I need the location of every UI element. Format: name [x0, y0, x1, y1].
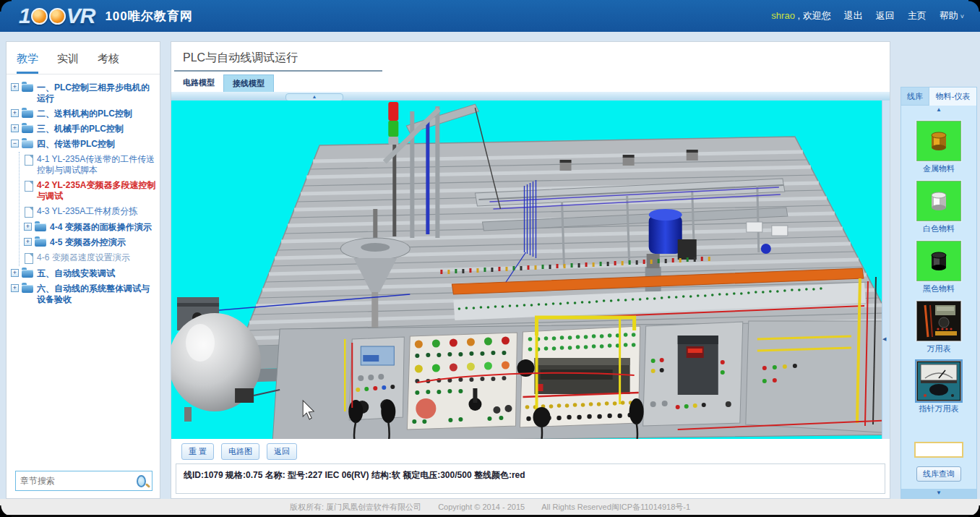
- tree-item[interactable]: 一、PLC控制三相异步电机的运行: [11, 80, 157, 106]
- viewport-toolbar: 重 置 电路图 返回: [171, 439, 890, 463]
- black-material-icon[interactable]: [916, 241, 961, 281]
- course-sidebar: 教学 实训 考核 一、PLC控制三相异步电机的运行 二、送料机构的PLC控制 三…: [6, 41, 160, 499]
- collapse-icon[interactable]: [11, 140, 19, 148]
- search-input[interactable]: [16, 476, 137, 486]
- viewport-top-strip: ▲: [171, 92, 890, 101]
- tree-item-selected[interactable]: 4-2 YL-235A变频器多段速控制与调试: [24, 178, 157, 204]
- chapter-tree: 一、PLC控制三相异步电机的运行 二、送料机构的PLC控制 三、机械手的PLC控…: [7, 74, 160, 307]
- plc-3d-viewport[interactable]: [171, 101, 882, 439]
- search-icon[interactable]: [137, 475, 146, 487]
- folder-icon: [22, 285, 33, 293]
- document-icon: [25, 181, 33, 192]
- tree-item[interactable]: 六、自动线的系统整体调试与设备验收: [11, 281, 157, 307]
- material-label: 黑色物料: [923, 283, 955, 294]
- wire-library-query-button[interactable]: 线库查询: [916, 466, 961, 482]
- welcome-text: shrao , 欢迎您: [771, 9, 830, 22]
- tree-item[interactable]: 4-6 变频器速度设置演示: [24, 250, 157, 266]
- back-link[interactable]: 返回: [876, 9, 895, 22]
- tree-item[interactable]: 4-4 变频器的面板操作演示: [24, 220, 157, 235]
- plc-3d-scene: [171, 101, 882, 439]
- chevron-down-icon: ▼: [936, 490, 942, 496]
- panel-bottom-strip[interactable]: ▼: [901, 489, 976, 498]
- logo-text-1: 1: [19, 4, 30, 28]
- return-button[interactable]: 返回: [267, 443, 297, 460]
- tree-item[interactable]: 二、送料机构的PLC控制: [11, 106, 157, 121]
- folder-icon: [22, 125, 33, 133]
- document-icon: [25, 253, 33, 264]
- tree-item[interactable]: 4-3 YL-235A工件材质分拣: [24, 204, 157, 220]
- tree-item[interactable]: 三、机械手的PLC控制: [11, 121, 157, 137]
- chevron-down-icon: ˅: [960, 13, 964, 20]
- expand-icon[interactable]: [11, 269, 19, 277]
- metal-material-icon[interactable]: [916, 121, 961, 161]
- folder-icon: [35, 223, 46, 231]
- material-label: 金属物料: [923, 163, 955, 174]
- site-name: 100唯尔教育网: [105, 8, 192, 25]
- circuit-diagram-button[interactable]: 电路图: [221, 443, 259, 460]
- tab-wiring-model[interactable]: 接线模型: [223, 74, 274, 92]
- document-icon: [25, 207, 33, 218]
- main-panel: PLC与自动线调试运行 电路模型 接线模型 ▲: [171, 41, 890, 499]
- expand-icon[interactable]: [24, 223, 32, 231]
- chevron-up-icon[interactable]: ▲: [936, 106, 942, 114]
- chapter-search: [15, 471, 152, 491]
- model-tabs: 电路模型 接线模型: [171, 74, 890, 92]
- document-icon: [25, 155, 33, 166]
- tree-item[interactable]: 4-5 变频器外控演示: [24, 235, 157, 250]
- materials-panel: 线库 物料-仪表 ▲ 金属物料 白色物料: [901, 87, 977, 499]
- material-item-black[interactable]: 黑色物料: [916, 241, 961, 294]
- wire-status-text: 线ID:1079 规格:0.75 名称: 型号:227 IEC 06(RV) 结…: [184, 470, 525, 480]
- tab-training[interactable]: 实训: [57, 52, 79, 74]
- analog-multimeter-icon[interactable]: [916, 361, 961, 401]
- expand-icon[interactable]: [24, 238, 32, 246]
- folder-icon: [22, 270, 33, 278]
- chevron-left-icon: ◀: [882, 336, 886, 342]
- digital-multimeter-icon[interactable]: [916, 301, 961, 341]
- material-label: 白色物料: [923, 223, 955, 234]
- username: shrao: [771, 10, 795, 21]
- expand-icon[interactable]: [11, 284, 19, 292]
- tab-materials-instruments[interactable]: 物料-仪表: [929, 87, 976, 106]
- logo-eye-icon: [31, 8, 48, 25]
- instrument-label: 万用表: [927, 343, 951, 354]
- reset-button[interactable]: 重 置: [181, 443, 214, 460]
- panel-collapse-strip[interactable]: ◀: [882, 101, 890, 439]
- sidebar-tabs: 教学 实训 考核: [7, 42, 160, 74]
- tree-item[interactable]: 四、传送带PLC控制: [11, 137, 157, 152]
- wire-query-input[interactable]: [914, 442, 963, 458]
- tree-children: 4-1 YL-235A传送带的工件传送控制与调试脚本 4-2 YL-235A变频…: [19, 152, 157, 266]
- open-folder-icon: [22, 140, 33, 148]
- tab-wire-library[interactable]: 线库: [901, 87, 929, 106]
- instrument-item-analog-multimeter[interactable]: 指针万用表: [916, 361, 961, 414]
- help-menu[interactable]: 帮助˅: [940, 9, 964, 22]
- folder-icon: [35, 239, 46, 247]
- wire-status-bar: 线ID:1079 规格:0.75 名称: 型号:227 IEC 06(RV) 结…: [176, 463, 885, 494]
- white-material-icon[interactable]: [916, 181, 961, 221]
- tab-assessment[interactable]: 考核: [98, 52, 119, 74]
- expand-icon[interactable]: [11, 83, 19, 91]
- top-header: 1 VR 100唯尔教育网 shrao , 欢迎您 退出 返回 主页 帮助˅: [0, 0, 980, 32]
- logo-text-vr: VR: [66, 4, 95, 28]
- logout-link[interactable]: 退出: [844, 9, 863, 22]
- title-underline: [174, 70, 382, 72]
- expand-icon[interactable]: [11, 124, 19, 132]
- page-title: PLC与自动线调试运行: [171, 42, 890, 70]
- footer-rights: All Rights Reserved闽ICP备11014918号-1: [541, 503, 690, 511]
- footer-copyright: Copyright © 2014 - 2015: [438, 503, 525, 511]
- logo-eye-icon: [49, 8, 66, 25]
- tree-item[interactable]: 五、自动线安装调试: [11, 266, 157, 281]
- material-item-white[interactable]: 白色物料: [916, 181, 961, 234]
- folder-icon: [22, 110, 33, 118]
- expand-icon[interactable]: [11, 109, 19, 117]
- inverter-panel[interactable]: [643, 322, 743, 426]
- home-link[interactable]: 主页: [908, 9, 927, 22]
- folder-icon: [22, 84, 33, 92]
- tab-teaching[interactable]: 教学: [17, 52, 38, 74]
- instrument-label: 指针万用表: [919, 403, 959, 414]
- site-logo[interactable]: 1 VR: [19, 4, 95, 28]
- instrument-item-multimeter[interactable]: 万用表: [916, 301, 961, 354]
- material-item-metal[interactable]: 金属物料: [916, 121, 961, 174]
- footer-company: 版权所有: 厦门凤凰创壹软件有限公司: [290, 503, 421, 511]
- tab-circuit-model[interactable]: 电路模型: [174, 74, 223, 92]
- tree-item[interactable]: 4-1 YL-235A传送带的工件传送控制与调试脚本: [24, 152, 157, 178]
